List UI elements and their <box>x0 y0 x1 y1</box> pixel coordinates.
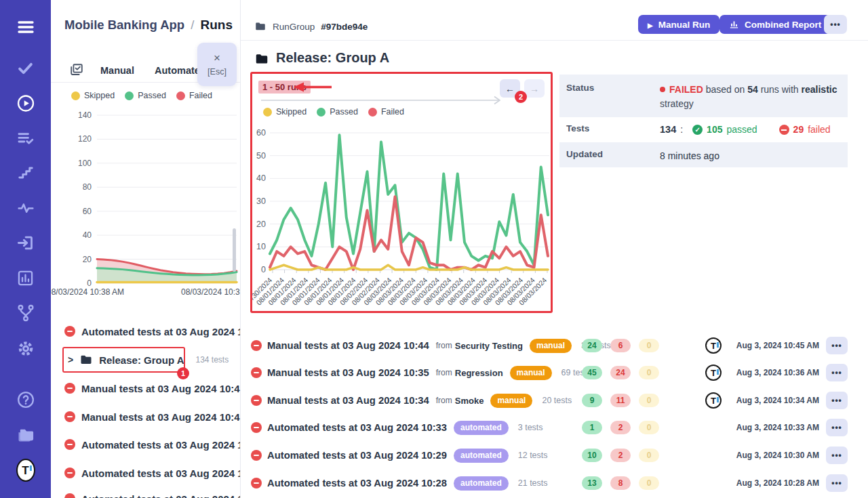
svg-text:50: 50 <box>256 151 266 161</box>
run-row[interactable]: Manual tests at 03 Aug 2024 10:35 from R… <box>251 362 850 383</box>
skipped-pill: 0 <box>639 366 659 379</box>
run-row[interactable]: Automated tests at 03 Aug 2024 10:29 aut… <box>251 445 850 465</box>
row-more-button[interactable]: ••• <box>826 419 848 436</box>
tab-manual[interactable]: Manual <box>100 65 134 76</box>
skipped-pill: 0 <box>639 421 659 434</box>
testomat-logo[interactable]: T <box>16 461 35 480</box>
run-timestamp: Aug 3, 2024 10:34 AM <box>726 396 819 405</box>
run-list-item[interactable]: Automated tests at 03 Aug 2024 10 <box>64 465 241 481</box>
rungroup-runs-chart: 010203040506007/30/202408/01/202408/01/2… <box>250 72 553 313</box>
svg-text:40: 40 <box>256 173 266 183</box>
run-list-item[interactable]: Automated tests at 03 Aug 2024 1 <box>64 491 241 498</box>
esc-label: [Esc] <box>208 67 226 77</box>
rungroup-main: RunGroup #97bde94e Manual Run Combined R… <box>241 0 868 498</box>
failed-status-icon <box>251 422 262 433</box>
section-title: Release: Group A <box>276 50 389 66</box>
svg-text:10: 10 <box>256 242 266 251</box>
failed-status-icon <box>251 395 262 406</box>
passed-pill: 24 <box>582 339 602 352</box>
status-row: Status FAILED based on 54 runs with real… <box>559 75 848 117</box>
reporter-logo-icon: T <box>705 337 722 354</box>
run-list-item[interactable]: Automated tests at 03 Aug 2024 10 <box>64 436 241 453</box>
header-more-button[interactable]: ••• <box>824 15 847 34</box>
run-timestamp: Aug 3, 2024 10:36 AM <box>726 368 819 377</box>
run-row[interactable]: Manual tests at 03 Aug 2024 10:34 from S… <box>251 390 850 411</box>
run-list-item[interactable]: Manual tests at 03 Aug 2024 10:42 <box>64 409 241 425</box>
panel-scrollbar[interactable] <box>233 228 236 272</box>
failed-pill: 8 <box>610 476 631 490</box>
folder-icon <box>79 353 93 367</box>
close-esc-button[interactable]: × [Esc] <box>197 43 237 86</box>
failed-status-icon <box>64 326 75 337</box>
result-pills: 9 11 0 <box>582 394 659 407</box>
close-icon[interactable]: × <box>214 52 220 64</box>
status-label: Status <box>559 75 660 117</box>
passed-pill: 45 <box>582 366 602 379</box>
menu-icon[interactable] <box>16 18 35 37</box>
run-row[interactable]: Manual tests at 03 Aug 2024 10:44 from S… <box>251 335 850 356</box>
legend-skipped: Skipped <box>71 91 115 100</box>
row-more-button[interactable]: ••• <box>826 474 848 492</box>
failed-pill: 11 <box>610 394 631 407</box>
failed-status-icon <box>64 493 75 498</box>
activity-icon[interactable] <box>16 199 35 217</box>
play-circle-icon[interactable] <box>16 94 35 112</box>
annotation-badge-1: 1 <box>177 367 189 379</box>
skipped-pill: 0 <box>639 394 659 407</box>
failed-pill: 2 <box>610 449 631 462</box>
bar-chart-icon[interactable] <box>16 268 35 287</box>
skipped-dot-icon <box>71 91 80 100</box>
report-chart-icon <box>729 20 739 30</box>
list-check-icon[interactable] <box>16 129 35 148</box>
passed-check-icon <box>692 125 703 135</box>
run-list-item[interactable]: Automated tests at 03 Aug 2024 10 <box>64 323 241 339</box>
failed-status-icon <box>64 411 75 422</box>
svg-text:40: 40 <box>83 230 92 240</box>
tasks-checklist-icon[interactable] <box>69 62 84 80</box>
passed-dot-icon <box>125 91 134 100</box>
svg-text:60: 60 <box>83 207 92 216</box>
check-icon[interactable] <box>16 58 35 77</box>
settings-gear-icon[interactable] <box>16 339 35 358</box>
manual-run-button[interactable]: Manual Run <box>638 15 719 34</box>
tests-row: Tests 134 : 105 passed 29 failed <box>559 117 848 142</box>
app-window: T Mobile Banking App / Runs Manual Autom… <box>0 0 868 498</box>
row-more-button[interactable]: ••• <box>826 447 848 464</box>
manual-badge: manual <box>510 366 552 380</box>
group-tests-count: 134 tests <box>196 355 229 365</box>
failed-dot-icon <box>660 87 665 92</box>
steps-icon[interactable] <box>16 163 35 182</box>
svg-text:20: 20 <box>83 255 92 264</box>
row-more-button[interactable]: ••• <box>826 337 848 354</box>
failed-status-icon <box>251 478 262 489</box>
skipped-pill: 0 <box>639 449 659 462</box>
passed-pill: 10 <box>582 449 602 462</box>
import-icon[interactable] <box>16 233 35 252</box>
result-pills: 10 2 0 <box>582 449 659 462</box>
runs-panel: Mobile Banking App / Runs Manual Automat… <box>51 0 241 498</box>
run-group-item[interactable]: > Release: Group A 134 tests 54 r <box>64 352 241 368</box>
run-list-item[interactable]: Manual tests at 03 Aug 2024 10:43 <box>64 380 241 396</box>
breadcrumb-project[interactable]: Mobile Banking App <box>64 18 184 32</box>
row-more-button[interactable]: ••• <box>826 364 848 381</box>
manual-badge: manual <box>490 394 532 408</box>
branch-icon[interactable] <box>16 304 35 323</box>
run-row[interactable]: Automated tests at 03 Aug 2024 10:28 aut… <box>251 473 850 493</box>
tests-label: Tests <box>559 117 660 142</box>
run-row[interactable]: Automated tests at 03 Aug 2024 10:33 aut… <box>251 417 850 438</box>
svg-text:0: 0 <box>87 278 92 288</box>
row-more-button[interactable]: ••• <box>826 392 848 409</box>
chevron-right-icon[interactable]: > <box>64 354 73 365</box>
rungroup-id: #97bde94e <box>321 22 368 32</box>
x-axis-label-start: 08/03/2024 10:38 AM <box>51 287 124 297</box>
help-icon[interactable] <box>16 390 35 409</box>
combined-report-button[interactable]: Combined Report <box>719 15 831 34</box>
breadcrumb-separator: / <box>188 18 197 32</box>
failed-pill: 6 <box>610 339 631 352</box>
run-timestamp: Aug 3, 2024 10:45 AM <box>726 341 819 350</box>
failed-status-icon <box>64 468 75 478</box>
run-timestamp: Aug 3, 2024 10:30 AM <box>726 451 819 460</box>
projects-folder-icon[interactable] <box>16 426 35 444</box>
rungroup-label: RunGroup <box>273 22 315 32</box>
sidebar-nav: T <box>0 0 51 498</box>
